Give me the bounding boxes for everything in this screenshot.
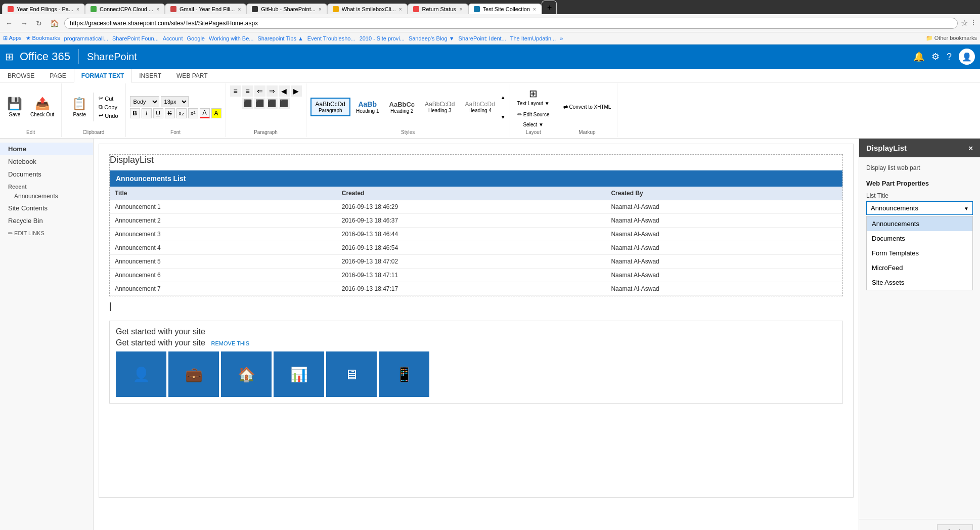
- style-paragraph[interactable]: AaBbCcDd Paragraph: [310, 98, 350, 116]
- checkout-button[interactable]: 📤 Check Out: [27, 95, 57, 119]
- remove-this-button[interactable]: REMOVE THIS: [211, 340, 250, 346]
- option-form-templates[interactable]: Form Templates: [867, 246, 972, 260]
- tile-6[interactable]: 📱: [379, 351, 429, 397]
- bookmark-programmatically[interactable]: programmaticall...: [64, 35, 108, 41]
- option-microfeed[interactable]: MicroFeed: [867, 260, 972, 275]
- tile-3[interactable]: 🏠: [221, 351, 272, 397]
- next-button[interactable]: ▶: [291, 85, 302, 97]
- cut-button[interactable]: ✂ Cut: [97, 94, 120, 103]
- back-button[interactable]: ←: [3, 18, 15, 28]
- tab-github[interactable]: GitHub - SharePoint... ×: [246, 4, 327, 14]
- copy-button[interactable]: ⧉ Copy: [97, 103, 120, 111]
- text-layout-button[interactable]: ⊞ Text Layout ▼: [514, 85, 553, 108]
- tab-insert[interactable]: INSERT: [131, 69, 169, 82]
- bookmark-sandeep[interactable]: Sandeep's Blog ▼: [409, 35, 455, 41]
- home-button[interactable]: 🏠: [48, 18, 61, 28]
- tab-close[interactable]: ×: [399, 7, 402, 12]
- edit-links-button[interactable]: ✏ EDIT LINKS: [0, 227, 93, 240]
- bookmark-more[interactable]: »: [560, 35, 563, 41]
- tile-2[interactable]: 💼: [168, 351, 219, 397]
- ordered-list-button[interactable]: ≡: [242, 85, 253, 97]
- bookmark-sharepoint-tips[interactable]: Sharepoint Tips ▲: [257, 35, 303, 41]
- tile-5[interactable]: 🖥: [326, 351, 377, 397]
- sidebar-item-site-contents[interactable]: Site Contents: [0, 202, 93, 214]
- bookmark-sharepoint-found[interactable]: SharePoint Foun...: [112, 35, 159, 41]
- tab-year-end[interactable]: Year End Filings - Pa... ×: [2, 4, 85, 14]
- bookmark-bookmarks[interactable]: ★ Bookmarks: [26, 35, 60, 41]
- convert-xhtml-button[interactable]: ⇌ Convert to XHTML: [561, 103, 613, 111]
- style-heading2[interactable]: AaBbCc Heading 2: [385, 98, 420, 116]
- strikethrough-button[interactable]: S: [165, 108, 175, 118]
- bold-button[interactable]: B: [130, 108, 140, 118]
- indent-button[interactable]: ⇒: [266, 85, 278, 97]
- style-heading4[interactable]: AaBbCcDd Heading 4: [460, 98, 499, 116]
- font-color-button[interactable]: A: [200, 108, 210, 118]
- sidebar-item-notebook[interactable]: Notebook: [0, 155, 93, 168]
- highlight-button[interactable]: A: [211, 108, 221, 118]
- tab-gmail[interactable]: Gmail - Year End Fili... ×: [165, 4, 246, 14]
- undo-button[interactable]: ↩ Undo: [97, 111, 120, 120]
- bookmark-itemupdating[interactable]: The ItemUpdatin...: [510, 35, 556, 41]
- settings-icon[interactable]: ⚙: [931, 51, 940, 62]
- new-tab-btn[interactable]: +: [542, 1, 557, 14]
- tab-close[interactable]: ×: [533, 7, 536, 12]
- select-button[interactable]: Select ▼: [521, 121, 545, 128]
- underline-button[interactable]: U: [153, 108, 163, 118]
- outdent-button[interactable]: ⇐: [254, 85, 265, 97]
- tab-return-status[interactable]: Return Status ×: [408, 4, 468, 14]
- align-center-button[interactable]: ⬛: [254, 98, 265, 109]
- sidebar-item-documents[interactable]: Documents: [0, 168, 93, 181]
- avatar[interactable]: 👤: [959, 49, 975, 65]
- align-justify-button[interactable]: ⬛: [279, 98, 290, 109]
- webpart-displaylist[interactable]: DisplayList Announcements List Title Cre…: [109, 154, 843, 296]
- align-right-button[interactable]: ⬛: [266, 98, 278, 109]
- menu-icon[interactable]: ⋮: [970, 18, 977, 28]
- waffle-icon[interactable]: ⊞: [5, 51, 14, 63]
- other-bookmarks-label[interactable]: 📁 Other bookmarks: [926, 35, 977, 41]
- prev-button[interactable]: ◀: [279, 85, 290, 97]
- font-family-select[interactable]: Body Arial Calibri: [130, 96, 159, 107]
- bookmark-google[interactable]: Google: [187, 35, 205, 41]
- unordered-list-button[interactable]: ≡: [230, 85, 241, 97]
- url-bar[interactable]: [64, 18, 958, 29]
- subscript-button[interactable]: x₂: [176, 108, 187, 118]
- option-announcements[interactable]: Announcements: [867, 216, 972, 231]
- tile-4[interactable]: 📊: [274, 351, 324, 397]
- tab-browse[interactable]: BROWSE: [0, 69, 42, 82]
- italic-button[interactable]: I: [142, 108, 152, 118]
- tab-test-site[interactable]: Test Site Collection ×: [468, 4, 542, 14]
- tab-close[interactable]: ×: [238, 7, 241, 12]
- tab-page[interactable]: PAGE: [42, 69, 73, 82]
- list-title-select[interactable]: Announcements Documents Form Templates M…: [866, 201, 973, 215]
- tab-smilebox[interactable]: What is SmileboxCli... ×: [327, 4, 408, 14]
- save-button[interactable]: 💾 Save: [4, 95, 25, 119]
- sidebar-item-recycle-bin[interactable]: Recycle Bin: [0, 214, 93, 227]
- bookmark-apps[interactable]: ⊞ Apps: [3, 35, 22, 41]
- styles-scroll[interactable]: ▲ ▼: [501, 95, 506, 120]
- bookmark-account[interactable]: Account: [163, 35, 183, 41]
- sidebar-item-home[interactable]: Home: [0, 143, 93, 155]
- tile-1[interactable]: 👤: [116, 351, 166, 397]
- bookmark-2010[interactable]: 2010 - Site provi...: [360, 35, 405, 41]
- tab-connectcpa[interactable]: ConnectCPA Cloud ... ×: [85, 4, 165, 14]
- forward-button[interactable]: →: [18, 18, 30, 28]
- bookmark-identity[interactable]: SharePoint: Ident...: [459, 35, 506, 41]
- reload-button[interactable]: ↻: [33, 18, 44, 28]
- style-heading3[interactable]: AaBbCcDd Heading 3: [420, 98, 459, 116]
- align-left-button[interactable]: ⬛: [242, 98, 253, 109]
- bookmark-icon[interactable]: ☆: [961, 18, 968, 28]
- bookmark-working-with[interactable]: Working with Be...: [209, 35, 253, 41]
- bookmark-event[interactable]: Event Troublesho...: [307, 35, 355, 41]
- superscript-button[interactable]: x²: [188, 108, 198, 118]
- notification-icon[interactable]: 🔔: [913, 51, 924, 62]
- option-documents[interactable]: Documents: [867, 231, 972, 246]
- tab-close[interactable]: ×: [319, 7, 322, 12]
- sidebar-item-announcements[interactable]: Announcements: [0, 191, 93, 202]
- tab-close[interactable]: ×: [76, 7, 79, 12]
- help-icon[interactable]: ?: [947, 52, 952, 62]
- style-heading1[interactable]: AaBb Heading 1: [351, 98, 384, 116]
- font-size-select[interactable]: 13px 12px 14px 16px: [161, 96, 189, 107]
- tab-close[interactable]: ×: [156, 7, 159, 12]
- right-panel-close-icon[interactable]: ×: [968, 144, 973, 152]
- tab-close[interactable]: ×: [460, 7, 463, 12]
